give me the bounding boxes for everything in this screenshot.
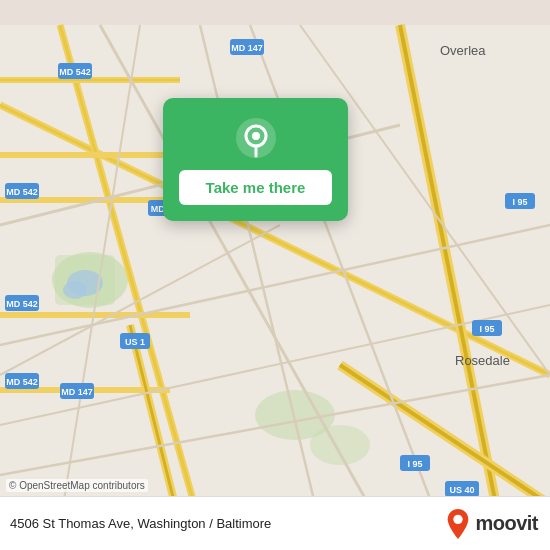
svg-text:I 95: I 95 (512, 197, 527, 207)
svg-point-6 (310, 425, 370, 465)
svg-text:MD 147: MD 147 (231, 43, 263, 53)
map-container: MD 542 MD 542 MD 542 MD 542 MD 147 MD 14… (0, 0, 550, 550)
svg-text:MD 147: MD 147 (61, 387, 93, 397)
svg-text:Rosedale: Rosedale (455, 353, 510, 368)
osm-attribution: © OpenStreetMap contributors (6, 479, 148, 492)
map-background: MD 542 MD 542 MD 542 MD 542 MD 147 MD 14… (0, 0, 550, 550)
svg-text:Overlea: Overlea (440, 43, 486, 58)
svg-text:US 1: US 1 (125, 337, 145, 347)
bottom-bar: 4506 St Thomas Ave, Washington / Baltimo… (0, 496, 550, 550)
svg-text:MD 542: MD 542 (6, 377, 38, 387)
svg-point-4 (63, 281, 87, 299)
moovit-pin-icon (445, 509, 471, 539)
svg-point-65 (454, 514, 463, 523)
moovit-logo: moovit (445, 509, 538, 539)
svg-text:MD 542: MD 542 (6, 299, 38, 309)
svg-point-63 (252, 132, 260, 140)
take-me-there-button[interactable]: Take me there (179, 170, 332, 205)
location-card: Take me there (163, 98, 348, 221)
location-pin-icon (234, 116, 278, 160)
svg-text:MD 542: MD 542 (6, 187, 38, 197)
svg-text:I 95: I 95 (407, 459, 422, 469)
svg-text:US 40: US 40 (449, 485, 474, 495)
address-label: 4506 St Thomas Ave, Washington / Baltimo… (10, 516, 271, 531)
svg-text:I 95: I 95 (479, 324, 494, 334)
svg-text:MD 542: MD 542 (59, 67, 91, 77)
moovit-text: moovit (475, 512, 538, 535)
